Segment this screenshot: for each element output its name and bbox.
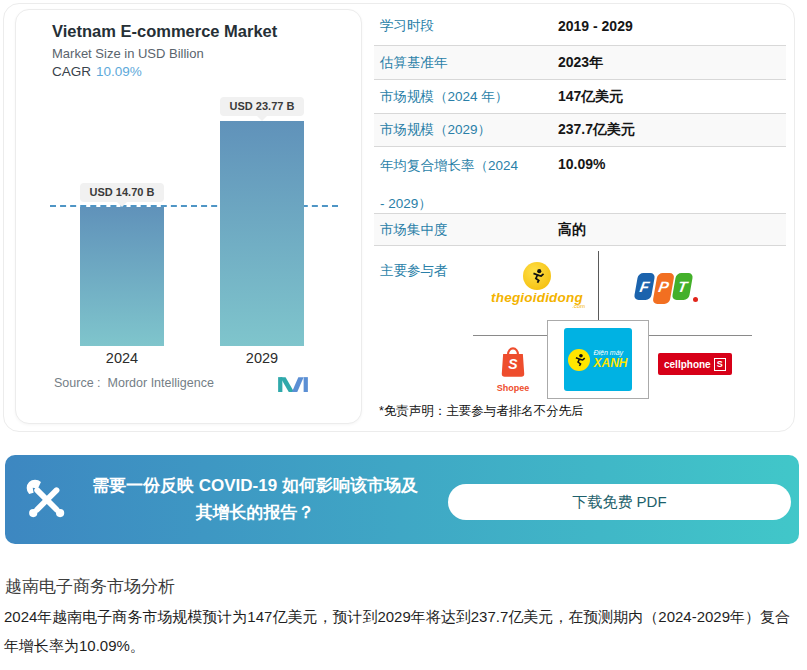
key-players-connector-line bbox=[649, 335, 752, 336]
chart-subtitle: Market Size in USD Billion bbox=[52, 46, 204, 61]
logo-shopee: S Shopee bbox=[496, 346, 530, 393]
x-axis-label-2024: 2024 bbox=[80, 350, 164, 366]
row-label: 学习时段 bbox=[374, 17, 558, 35]
chart-cagr: CAGR10.09% bbox=[52, 64, 142, 79]
report-summary-panel: Vietnam E-commerce Market Market Size in… bbox=[3, 3, 795, 432]
svg-text:S: S bbox=[508, 356, 518, 372]
row-value: 2023年 bbox=[558, 54, 786, 72]
chart-source: Source :Mordor Intelligence bbox=[54, 376, 214, 390]
logo-fpt: F P T bbox=[636, 273, 698, 304]
x-axis-label-2029: 2029 bbox=[220, 350, 304, 366]
fpt-letter-p: P bbox=[652, 273, 674, 304]
logo-cellphones: cellphone S bbox=[658, 353, 732, 375]
row-value: 10.09% bbox=[558, 156, 786, 172]
row-label: 市场规模（2029） bbox=[374, 121, 558, 139]
logo-thegioididong: thegioididong .com bbox=[475, 262, 599, 309]
fpt-letter-f: F bbox=[634, 273, 656, 300]
shopee-wordmark: Shopee bbox=[496, 383, 530, 393]
source-label: Source : bbox=[54, 376, 101, 390]
row-label: 市场规模（2024 年） bbox=[374, 88, 558, 106]
banner-question-text: 需要一份反映 COVID-19 如何影响该市场及其增长的报告？ bbox=[85, 472, 425, 526]
row-label: 年均复合增长率（2024 - 2029） bbox=[374, 147, 558, 223]
key-players-disclaimer: *免责声明：主要参与者排名不分先后 bbox=[379, 403, 584, 420]
fpt-registered-dot bbox=[693, 297, 698, 302]
table-row: 学习时段 2019 - 2029 bbox=[374, 6, 786, 46]
covid-report-banner: 需要一份反映 COVID-19 如何影响该市场及其增长的报告？ 下载免费 PDF bbox=[5, 455, 799, 544]
key-players-connector-line bbox=[473, 335, 547, 336]
chart-title: Vietnam E-commerce Market bbox=[52, 22, 277, 41]
dienmayxanh-wordmark: Điện máy XANH bbox=[593, 349, 627, 370]
row-value: 147亿美元 bbox=[558, 88, 786, 106]
logo-dienmayxanh: Điện máy XANH bbox=[564, 328, 632, 391]
thegioididong-runner-icon bbox=[523, 262, 551, 290]
table-row: 年均复合增长率（2024 - 2029） 10.09% bbox=[374, 147, 786, 214]
table-row: 估算基准年 2023年 bbox=[374, 46, 786, 80]
market-chart-card: Vietnam E-commerce Market Market Size in… bbox=[15, 9, 362, 424]
cellphones-s-box: S bbox=[714, 358, 726, 371]
cagr-label: CAGR bbox=[52, 64, 91, 79]
cellphones-wordmark: cellphone bbox=[664, 359, 711, 370]
mordor-intelligence-logo-icon bbox=[278, 375, 308, 392]
page: Vietnam E-commerce Market Market Size in… bbox=[0, 0, 807, 670]
row-value: 2019 - 2029 bbox=[558, 18, 786, 34]
bar-2029-value-tooltip: USD 23.77 B bbox=[220, 97, 304, 116]
fpt-letter-t: T bbox=[672, 273, 694, 300]
bar-2029 bbox=[220, 121, 304, 346]
report-facts-table: 学习时段 2019 - 2029 估算基准年 2023年 市场规模（2024 年… bbox=[374, 6, 786, 246]
dienmayxanh-line1: Điện máy bbox=[593, 349, 627, 356]
row-label: 估算基准年 bbox=[374, 54, 558, 72]
bar-2024-value-tooltip: USD 14.70 B bbox=[80, 183, 164, 202]
dienmayxanh-runner-icon bbox=[568, 349, 590, 371]
row-value: 237.7亿美元 bbox=[558, 121, 786, 139]
analysis-heading: 越南电子商务市场分析 bbox=[5, 575, 175, 598]
tools-icon bbox=[25, 478, 68, 521]
bar-2024 bbox=[80, 207, 164, 346]
analysis-paragraph: 2024年越南电子商务市场规模预计为147亿美元，预计到2029年将达到237.… bbox=[4, 602, 803, 660]
shopee-bag-icon: S bbox=[498, 346, 528, 378]
cagr-value: 10.09% bbox=[96, 64, 142, 79]
row-label: 市场集中度 bbox=[374, 221, 558, 239]
dienmayxanh-line2: XANH bbox=[593, 356, 627, 370]
key-players-label: 主要参与者 bbox=[380, 262, 448, 280]
download-free-pdf-button[interactable]: 下载免费 PDF bbox=[448, 484, 791, 520]
row-value: 高的 bbox=[558, 221, 786, 239]
source-value: Mordor Intelligence bbox=[108, 376, 214, 390]
table-row: 市场规模（2024 年） 147亿美元 bbox=[374, 80, 786, 114]
table-row: 市场规模（2029） 237.7亿美元 bbox=[374, 114, 786, 147]
